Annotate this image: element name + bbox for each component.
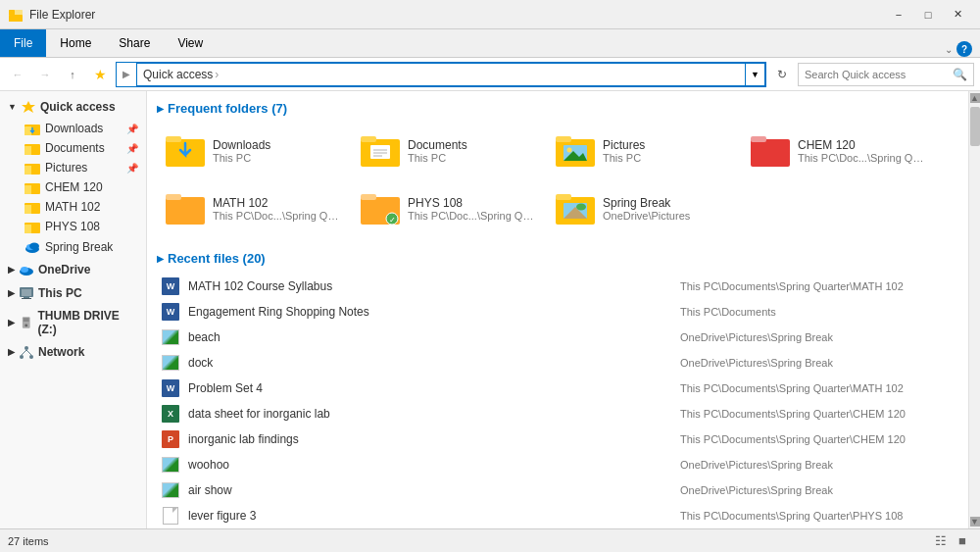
- file-icon-image: [161, 455, 180, 475]
- svg-point-29: [20, 355, 24, 359]
- help-icon[interactable]: ?: [956, 41, 972, 57]
- svg-rect-2: [15, 10, 23, 15]
- scrollbar-thumb[interactable]: [970, 107, 980, 146]
- folder-pictures[interactable]: Pictures This PC: [547, 124, 738, 177]
- folder-phys108[interactable]: ✓ PHYS 108 This PC\Doc...\Spring Quarter: [352, 181, 543, 235]
- file-icon-generic: [161, 506, 180, 526]
- sidebar-item-chem120[interactable]: CHEM 120: [0, 177, 146, 197]
- large-icons-button[interactable]: ■: [953, 531, 972, 551]
- refresh-button[interactable]: ↻: [770, 63, 794, 86]
- sidebar-item-math102[interactable]: MATH 102: [0, 197, 146, 217]
- app-icon: [8, 7, 24, 23]
- content-area: Frequent folders (7) Downloads This PC: [147, 91, 968, 528]
- pin-icon: 📌: [126, 143, 138, 154]
- details-view-button[interactable]: ☷: [931, 531, 951, 551]
- forward-button[interactable]: →: [33, 63, 57, 86]
- pin-icon: 📌: [126, 124, 138, 134]
- back-button[interactable]: ←: [6, 63, 29, 86]
- recent-item[interactable]: beach OneDrive\Pictures\Spring Break: [157, 325, 958, 350]
- sidebar: ▼ Quick access Downloads 📌 Docume: [0, 91, 147, 528]
- recent-item[interactable]: W Engagement Ring Shopping Notes This PC…: [157, 299, 958, 325]
- recent-item[interactable]: W MATH 102 Course Syllabus This PC\Docum…: [157, 274, 958, 299]
- recent-item[interactable]: W Problem Set 4 This PC\Documents\Spring…: [157, 376, 958, 401]
- recent-item[interactable]: P inorganic lab findings This PC\Documen…: [157, 427, 958, 452]
- folder-name: Documents: [408, 138, 534, 152]
- minimize-button[interactable]: −: [884, 0, 913, 29]
- file-name: Problem Set 4: [188, 381, 672, 395]
- pictures-folder-icon: [24, 161, 40, 175]
- file-name: air show: [188, 483, 672, 497]
- scrollbar[interactable]: ▲ ▼: [968, 91, 980, 528]
- folder-documents[interactable]: Documents This PC: [352, 124, 543, 177]
- documents-folder-icon: [24, 141, 40, 155]
- network-icon: [19, 344, 34, 360]
- file-name: dock: [188, 356, 672, 370]
- address-input[interactable]: Quick access ›: [136, 63, 746, 86]
- maximize-button[interactable]: □: [913, 0, 943, 29]
- up-button[interactable]: ↑: [61, 63, 84, 86]
- recent-item[interactable]: woohoo OneDrive\Pictures\Spring Break: [157, 452, 958, 477]
- folder-icon-wrap: [751, 131, 790, 171]
- sidebar-item-label: Documents: [45, 141, 105, 155]
- sidebar-thumbdrive-header[interactable]: ▶ THUMB DRIVE (Z:): [0, 305, 146, 340]
- sidebar-item-phys108[interactable]: PHYS 108: [0, 217, 146, 236]
- folder-path: This PC\Doc...\Spring Quarter: [408, 210, 534, 222]
- address-dropdown[interactable]: ▼: [746, 63, 765, 86]
- tab-file[interactable]: File: [0, 29, 46, 57]
- folder-springbreak[interactable]: Spring Break OneDrive\Pictures: [547, 181, 738, 235]
- svg-rect-49: [166, 194, 181, 200]
- favorites-button[interactable]: ★: [88, 63, 112, 86]
- scrollbar-down[interactable]: ▼: [970, 517, 980, 527]
- recent-item[interactable]: X data sheet for inorganic lab This PC\D…: [157, 401, 958, 427]
- svg-point-20: [21, 267, 28, 273]
- file-icon-word: W: [161, 302, 180, 322]
- svg-point-18: [29, 243, 39, 250]
- sidebar-item-label: Spring Break: [45, 240, 113, 254]
- svg-point-28: [24, 346, 28, 350]
- expand-icon: ▶: [8, 318, 15, 327]
- svg-point-58: [576, 203, 586, 210]
- svg-rect-15: [24, 225, 31, 233]
- sidebar-quickaccess-header[interactable]: ▼ Quick access: [0, 95, 146, 119]
- close-button[interactable]: ✕: [943, 0, 972, 29]
- file-path: This PC\Documents\Spring Quarter\MATH 10…: [680, 382, 955, 394]
- svg-rect-51: [361, 194, 376, 200]
- sidebar-network-header[interactable]: ▶ Network: [0, 340, 146, 364]
- folder-math102[interactable]: MATH 102 This PC\Doc...\Spring Quarter: [157, 181, 348, 235]
- ribbon-expand-icon[interactable]: ⌄: [945, 44, 953, 55]
- svg-point-44: [567, 147, 572, 152]
- thumbdrive-icon: [19, 315, 33, 330]
- sidebar-item-springbreak[interactable]: Spring Break: [0, 236, 146, 258]
- recent-item[interactable]: dock OneDrive\Pictures\Spring Break: [157, 350, 958, 376]
- folder-chem120[interactable]: CHEM 120 This PC\Doc...\Spring Quarter: [742, 124, 933, 177]
- svg-rect-48: [166, 197, 205, 225]
- sidebar-item-documents[interactable]: Documents 📌: [0, 138, 146, 158]
- recent-files-title: Recent files (20): [168, 251, 266, 266]
- search-input[interactable]: [805, 69, 949, 80]
- tab-share[interactable]: Share: [105, 29, 164, 57]
- documents-icon: [361, 131, 400, 167]
- recent-item[interactable]: lever figure 3 This PC\Documents\Spring …: [157, 503, 958, 528]
- folder-icon-wrap: [166, 189, 205, 228]
- folder-info: Pictures This PC: [603, 138, 729, 164]
- folder-downloads[interactable]: Downloads This PC: [157, 124, 348, 177]
- sidebar-thispc-header[interactable]: ▶ This PC: [0, 281, 146, 305]
- tab-home[interactable]: Home: [46, 29, 105, 57]
- sidebar-item-pictures[interactable]: Pictures 📌: [0, 158, 146, 177]
- file-path: OneDrive\Pictures\Spring Break: [680, 331, 955, 343]
- folder-path: This PC: [408, 152, 534, 164]
- tab-view[interactable]: View: [164, 29, 217, 57]
- frequent-folders-title: Frequent folders (7): [168, 101, 287, 116]
- recent-item[interactable]: air show OneDrive\Pictures\Spring Break: [157, 477, 958, 503]
- chem-icon: [751, 131, 790, 167]
- ribbon-tabs: File Home Share View ⌄ ?: [0, 29, 980, 57]
- sidebar-item-downloads[interactable]: Downloads 📌: [0, 119, 146, 138]
- title-bar: File Explorer − □ ✕: [0, 0, 980, 29]
- folder-info: CHEM 120 This PC\Doc...\Spring Quarter: [798, 138, 924, 164]
- recent-files-list: W MATH 102 Course Syllabus This PC\Docum…: [157, 274, 958, 528]
- scrollbar-up[interactable]: ▲: [970, 93, 980, 103]
- frequent-folders-header: Frequent folders (7): [157, 101, 958, 116]
- sidebar-onedrive-header[interactable]: ▶ OneDrive: [0, 258, 146, 281]
- file-name: lever figure 3: [188, 509, 672, 523]
- search-box: 🔍: [798, 63, 974, 86]
